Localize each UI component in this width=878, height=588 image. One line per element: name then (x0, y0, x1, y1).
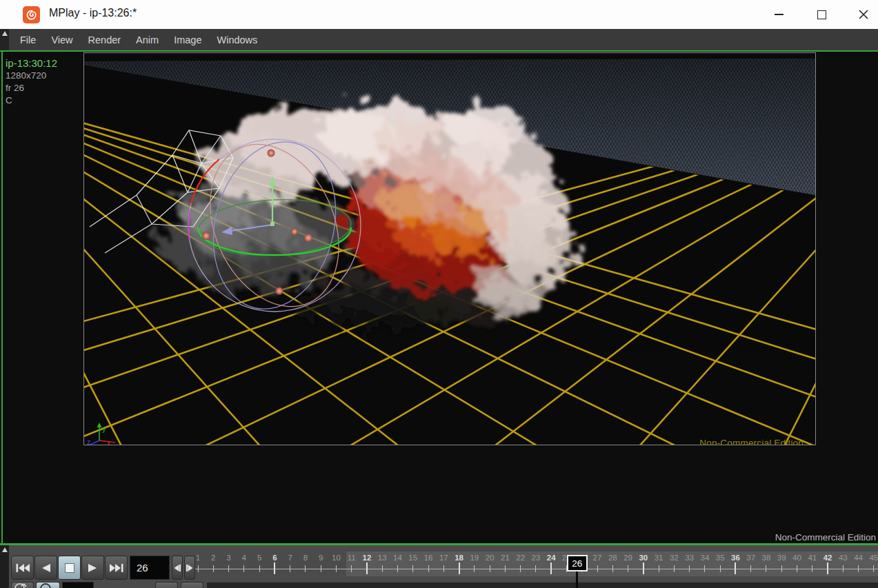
edition-label: Non-Commercial Edition (775, 532, 876, 543)
timeline-tick-label: 2 (211, 554, 215, 562)
timeline-tick-label: 43 (839, 554, 848, 562)
timeline-tick-label: 6 (272, 554, 277, 562)
timeline-tick-label: 32 (670, 554, 679, 562)
timeline-tick (827, 562, 828, 574)
timeline-tick (243, 565, 244, 572)
jump-to-end-icon (109, 563, 124, 573)
play-reverse-icon (41, 563, 51, 573)
pane-border-left (1, 52, 3, 543)
menu-image[interactable]: Image (166, 34, 209, 45)
pane-collapse-top[interactable] (0, 29, 9, 50)
timeline-tick-label: 30 (639, 554, 648, 562)
image-watermark: Non-Commercial Edition (699, 438, 804, 445)
source-label: ip-13:30:12 (6, 57, 57, 70)
timeline-tick (213, 565, 214, 572)
timeline-tick (382, 565, 383, 572)
timeline-tick-label: 20 (486, 554, 495, 562)
timeline-tick-label: 1 (196, 554, 200, 562)
timeline-tick-label: 44 (854, 554, 863, 562)
timeline-tick (366, 562, 368, 574)
menu-render[interactable]: Render (81, 34, 129, 45)
playbar-option-button-2[interactable] (181, 582, 203, 588)
pane-collapse-playbar[interactable] (0, 545, 9, 588)
playback-mode-button[interactable] (36, 582, 60, 588)
timeline-tick (351, 565, 352, 572)
frame-number-field[interactable]: 26 (130, 556, 170, 580)
play-reverse-button[interactable] (34, 556, 57, 580)
timeline-tick (290, 565, 290, 572)
timeline-tick (766, 565, 766, 572)
step-forward-button[interactable] (184, 556, 195, 580)
timeline-tick (720, 565, 721, 572)
window-title: MPlay - ip-13:26:* (49, 7, 137, 19)
menu-bar: FileViewRenderAnimImageWindows (0, 29, 878, 50)
timeline-tick-label: 34 (701, 554, 710, 562)
timeline-tick-label: 21 (501, 554, 510, 562)
timeline-tick (397, 565, 398, 572)
timeline-tick (812, 565, 812, 572)
timeline-tick (550, 562, 552, 574)
menu-windows[interactable]: Windows (209, 34, 265, 45)
jump-to-end-button[interactable] (105, 556, 128, 580)
timeline-tick (781, 565, 782, 572)
timeline-tick (858, 565, 859, 572)
timeline-tick (198, 565, 199, 572)
play-forward-button[interactable] (81, 556, 104, 580)
viewer-pane: ip-13:30:12 1280x720 fr 26 C (0, 52, 878, 543)
playbar: 26 1234567891011121314151617181920212223… (0, 545, 878, 588)
timeline-tick (336, 565, 337, 572)
timeline-tick-label: 27 (593, 554, 602, 562)
timeline-tick-label: 3 (226, 554, 230, 562)
timeline-tick-label: 17 (439, 554, 448, 562)
axis-z-label: z (87, 438, 91, 445)
timeline-tick (459, 562, 460, 574)
timeline-tick (412, 565, 413, 572)
timeline-tick-label: 28 (608, 554, 617, 562)
maximize-button[interactable] (806, 0, 837, 29)
timeline-tick-label: 8 (303, 554, 308, 562)
current-frame-line (576, 571, 578, 588)
minimize-button[interactable] (763, 0, 795, 29)
timeline-tick-label: 14 (393, 554, 402, 562)
timeline-tick-label: 10 (332, 554, 341, 562)
minimize-icon (775, 14, 784, 15)
fps-field[interactable] (62, 582, 94, 588)
frame-label: fr 26 (6, 82, 57, 94)
timeline-baseline (195, 569, 878, 569)
timeline-tick-label: 18 (455, 554, 463, 562)
timeline-tick-label: 11 (348, 554, 356, 562)
timeline-tick (505, 565, 506, 572)
timeline-tick-label: 12 (363, 554, 372, 562)
timeline-tick (305, 565, 306, 572)
timeline-tick-label: 29 (623, 554, 632, 562)
timeline-tick-label: 9 (319, 554, 323, 562)
timeline-tick-label: 19 (470, 554, 479, 562)
timeline-tick (490, 565, 490, 572)
jump-to-start-button[interactable] (11, 556, 34, 580)
collapse-arrow-icon (2, 547, 8, 552)
timeline-tick (274, 562, 275, 574)
timeline-tick-label: 7 (288, 554, 292, 562)
playbar-option-button-1[interactable] (155, 582, 178, 588)
axis-x-label: x (107, 438, 111, 445)
stop-button[interactable] (58, 556, 81, 580)
menu-anim[interactable]: Anim (128, 34, 166, 45)
houdini-logo-icon (23, 6, 40, 23)
image-info-overlay: ip-13:30:12 1280x720 fr 26 C (6, 57, 57, 107)
maximize-icon (817, 10, 826, 19)
menu-view[interactable]: View (43, 34, 80, 45)
timeline-tick-label: 38 (762, 554, 771, 562)
loop-mode-button[interactable] (11, 582, 34, 588)
timeline-tick (612, 565, 613, 572)
timeline-tick-label: 31 (655, 554, 664, 562)
menu-file[interactable]: File (12, 34, 43, 45)
timeline-tick-label: 36 (731, 554, 740, 562)
close-button[interactable] (848, 0, 878, 29)
current-frame-marker[interactable]: 26 (567, 555, 588, 571)
timeline-tick-label: 13 (378, 554, 387, 562)
step-back-button[interactable] (172, 556, 183, 580)
timeline-tick (689, 565, 690, 572)
render-image-view[interactable]: y x z Non-Commercial Edition (83, 52, 816, 445)
playbar-second-row-strip (207, 582, 878, 588)
close-icon (859, 10, 868, 19)
